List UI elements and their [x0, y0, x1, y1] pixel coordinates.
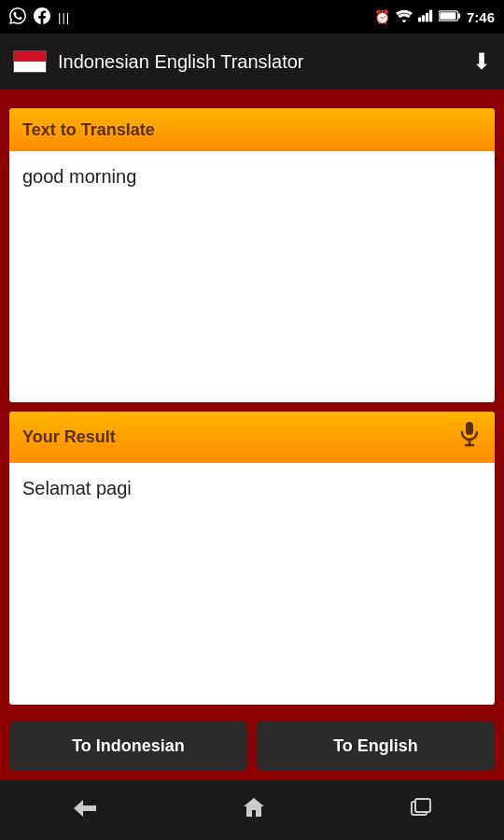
- facebook-icon: [34, 7, 50, 27]
- alarm-icon: ⏰: [374, 9, 390, 24]
- main-content: Text to Translate Your Result Selamat pa…: [0, 90, 504, 714]
- bars-icon: |||: [58, 10, 70, 24]
- indonesian-flag: [13, 50, 47, 73]
- svg-rect-5: [458, 13, 461, 18]
- buttons-row: To Indonesian To English: [0, 714, 504, 780]
- translation-input[interactable]: [22, 166, 482, 387]
- app-bar: Indonesian English Translator ⬇: [0, 34, 504, 90]
- recent-apps-button[interactable]: [410, 796, 432, 825]
- flag-white: [14, 62, 46, 72]
- microphone-icon[interactable]: [457, 421, 482, 454]
- download-icon[interactable]: ⬇: [472, 49, 491, 75]
- result-section-title: Your Result: [22, 427, 116, 447]
- svg-rect-7: [466, 422, 473, 435]
- result-section-body: Selamat pagi: [9, 463, 495, 706]
- home-button[interactable]: [242, 796, 266, 825]
- battery-icon: [439, 9, 461, 25]
- translation-result: Selamat pagi: [22, 478, 132, 498]
- input-section: Text to Translate: [9, 108, 495, 402]
- status-bar-left: |||: [9, 7, 70, 27]
- whatsapp-icon: [9, 7, 26, 27]
- svg-rect-2: [426, 12, 428, 21]
- to-english-button[interactable]: To English: [257, 721, 495, 771]
- back-button[interactable]: [72, 796, 98, 825]
- svg-rect-0: [418, 17, 421, 21]
- flag-red: [14, 51, 46, 62]
- wifi-icon: [396, 9, 413, 25]
- svg-rect-1: [422, 15, 425, 21]
- input-section-body[interactable]: [9, 151, 495, 402]
- svg-rect-3: [429, 9, 432, 21]
- app-title: Indonesian English Translator: [58, 51, 472, 73]
- status-time: 7:46: [467, 9, 495, 25]
- signal-icon: [418, 9, 433, 25]
- input-section-header: Text to Translate: [9, 108, 495, 151]
- svg-rect-6: [440, 12, 455, 20]
- status-bar-right: ⏰ 7:46: [374, 9, 495, 25]
- to-indonesian-button[interactable]: To Indonesian: [9, 721, 247, 771]
- input-section-title: Text to Translate: [22, 120, 155, 140]
- result-section: Your Result Selamat pagi: [9, 412, 495, 706]
- svg-rect-11: [415, 799, 430, 812]
- nav-bar: [0, 780, 504, 840]
- status-bar: ||| ⏰ 7:46: [0, 0, 504, 34]
- result-section-header: Your Result: [9, 412, 495, 463]
